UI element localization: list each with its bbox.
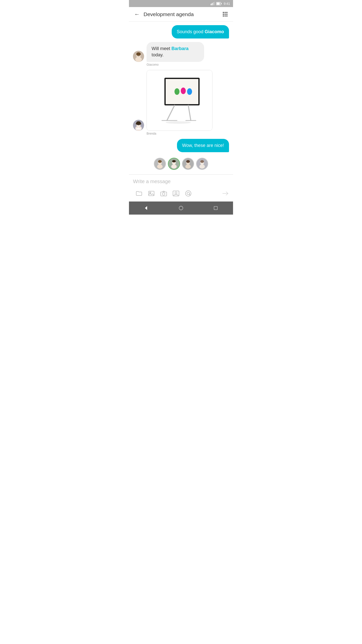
avatar-giacomo <box>133 51 144 62</box>
svg-point-36 <box>171 165 177 169</box>
svg-point-24 <box>187 88 192 95</box>
msg1-text: Sounds good <box>177 29 205 34</box>
message-incoming-giacomo: Will meet Barbara today. Giacomo <box>133 42 229 66</box>
folder-button[interactable] <box>133 188 145 199</box>
svg-point-41 <box>186 160 190 163</box>
avatar-brenda <box>133 120 144 131</box>
svg-point-45 <box>200 160 204 163</box>
msg-in-row-giacomo: Will meet Barbara today. <box>133 42 207 62</box>
svg-rect-3 <box>214 2 215 5</box>
monitor-svg <box>152 75 207 126</box>
send-icon <box>221 190 229 197</box>
page-title: Development agenda <box>144 11 221 17</box>
chat-area: Sounds good Giacomo Will meet Barbara to… <box>129 22 233 174</box>
svg-point-33 <box>158 160 162 163</box>
svg-point-56 <box>179 206 183 210</box>
svg-point-32 <box>157 165 163 169</box>
svg-rect-5 <box>217 3 220 5</box>
camera-icon <box>160 190 167 197</box>
send-button[interactable] <box>219 188 229 199</box>
svg-line-25 <box>167 105 174 120</box>
svg-rect-46 <box>149 191 154 196</box>
svg-marker-55 <box>145 206 147 210</box>
back-button[interactable]: ← <box>133 10 141 18</box>
dots-grid-icon <box>223 12 228 17</box>
svg-point-44 <box>199 165 205 169</box>
bubble-out-1: Sounds good Giacomo <box>172 25 229 38</box>
svg-point-51 <box>175 192 177 194</box>
svg-point-12 <box>136 52 141 56</box>
svg-point-53 <box>187 192 190 195</box>
bubble-in-giacomo: Will meet Barbara today. <box>147 42 204 62</box>
status-bar: 9:41 <box>129 0 233 7</box>
image-bubble-brenda <box>147 70 212 131</box>
person-button[interactable] <box>170 188 182 199</box>
toolbar <box>133 188 229 200</box>
signal-icon <box>211 2 215 5</box>
nav-bar <box>129 202 233 215</box>
input-area: Write a message <box>129 175 233 202</box>
participant-3[interactable] <box>182 158 194 170</box>
menu-button[interactable] <box>221 10 229 18</box>
svg-rect-0 <box>211 4 211 5</box>
svg-point-23 <box>181 88 186 94</box>
msg2-highlight: Barbara <box>171 46 189 51</box>
svg-point-9 <box>135 57 142 62</box>
svg-point-40 <box>185 165 191 169</box>
nav-recent-button[interactable] <box>210 203 221 214</box>
participant-2-active[interactable] <box>168 158 180 170</box>
camera-button[interactable] <box>158 188 170 199</box>
msg2-after: today. <box>152 52 164 57</box>
participant-1[interactable] <box>154 158 166 170</box>
msg1-bold: Giacomo <box>205 29 224 34</box>
sender-name-giacomo: Giacomo <box>133 63 159 66</box>
nav-back-icon <box>143 205 149 211</box>
person-icon <box>172 190 179 197</box>
svg-point-22 <box>174 88 179 95</box>
svg-point-29 <box>166 121 191 124</box>
message-outgoing-2: Wow, these are nice! <box>133 139 229 152</box>
svg-point-47 <box>150 192 151 193</box>
svg-rect-2 <box>213 2 214 5</box>
message-outgoing-1: Sounds good Giacomo <box>133 25 229 38</box>
message-input[interactable]: Write a message <box>133 177 229 188</box>
at-button[interactable] <box>182 188 194 199</box>
svg-rect-1 <box>212 3 212 5</box>
nav-recent-icon <box>213 205 219 211</box>
svg-line-26 <box>188 105 191 120</box>
image-icon <box>148 190 155 197</box>
status-time: 9:41 <box>224 2 230 6</box>
participant-4[interactable] <box>196 158 208 170</box>
nav-home-icon <box>178 205 184 211</box>
svg-rect-57 <box>214 206 217 210</box>
sender-name-brenda: Brenda <box>133 132 156 135</box>
nav-home-button[interactable] <box>175 203 187 214</box>
device-image <box>147 70 212 131</box>
svg-point-37 <box>172 160 176 162</box>
bubble-out-2: Wow, these are nice! <box>177 139 229 152</box>
msg-image-row <box>133 70 212 131</box>
nav-back-button[interactable] <box>141 203 152 214</box>
at-icon <box>185 190 192 197</box>
back-arrow-icon: ← <box>134 11 140 18</box>
participants-row <box>133 156 229 171</box>
top-bar: ← Development agenda <box>129 7 233 22</box>
message-image-brenda: Brenda <box>133 70 229 135</box>
msg4-text: Wow, these are nice! <box>182 143 224 148</box>
svg-rect-6 <box>221 3 222 4</box>
battery-icon <box>216 2 222 5</box>
msg2-text: Will meet <box>152 46 171 51</box>
image-button[interactable] <box>145 188 158 199</box>
svg-point-49 <box>162 193 165 195</box>
svg-point-19 <box>136 123 141 125</box>
folder-icon <box>135 190 143 197</box>
